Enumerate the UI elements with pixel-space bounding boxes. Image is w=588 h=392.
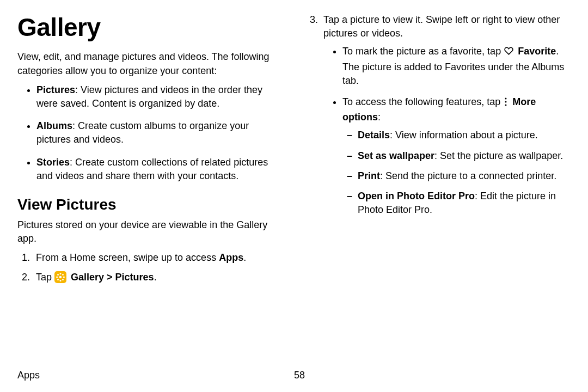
step-text: Tap a picture to view it. Swipe left or …	[323, 14, 560, 39]
list-item: Open in Photo Editor Pro: Edit the pictu…	[358, 189, 571, 217]
right-column: Tap a picture to view it. Swipe left or …	[305, 10, 571, 290]
dash-text: : View information about a picture.	[390, 130, 538, 140]
svg-point-0	[59, 275, 62, 278]
list-item: Stories: Create custom collections of re…	[36, 156, 283, 183]
list-item: Albums: Create custom albums to organize…	[36, 119, 283, 146]
dash-text: : Send the picture to a connected printe…	[380, 170, 556, 181]
list-item: Print: Send the picture to a connected p…	[358, 169, 571, 183]
category-text: : Create custom collections of related p…	[36, 157, 268, 181]
section-intro: Pictures stored on your device are viewa…	[17, 218, 283, 246]
content-columns: Gallery View, edit, and manage pictures …	[17, 10, 571, 290]
svg-point-3	[56, 276, 58, 278]
dash-label: Open in Photo Editor Pro	[358, 191, 475, 201]
sub-bold: Favorite	[518, 46, 556, 57]
svg-point-9	[505, 97, 507, 99]
step-text: .	[243, 252, 246, 263]
step-text: .	[154, 272, 157, 283]
step-item: Tap a picture to view it. Swipe left or …	[320, 13, 571, 217]
steps-list: From a Home screen, swipe up to access A…	[17, 251, 283, 284]
dash-label: Details	[358, 130, 390, 140]
category-label: Stories	[36, 157, 70, 168]
page-title: Gallery	[17, 10, 283, 45]
step-item: Tap Gallery > Pictures.	[33, 271, 283, 284]
svg-point-10	[505, 101, 507, 102]
svg-point-11	[505, 104, 507, 106]
step-text: Tap	[36, 272, 54, 283]
list-item: Pictures: View pictures and videos in th…	[36, 83, 283, 111]
sub-text: To access the following features, tap	[342, 96, 503, 107]
page: Gallery View, edit, and manage pictures …	[0, 0, 588, 392]
step-item: From a Home screen, swipe up to access A…	[33, 251, 283, 265]
list-item: Set as wallpaper: Set the picture as wal…	[358, 149, 571, 163]
gallery-icon	[54, 271, 66, 283]
category-label: Pictures	[36, 84, 75, 95]
footer-section: Apps	[17, 369, 294, 382]
footer: Apps 58	[17, 369, 571, 382]
dash-list: Details: View information about a pictur…	[342, 128, 571, 217]
sub-text: :	[378, 112, 381, 122]
heart-icon	[504, 46, 514, 60]
footer-page-number: 58	[294, 369, 571, 382]
step-text: From a Home screen, swipe up to access	[36, 252, 219, 263]
svg-point-8	[62, 279, 64, 280]
svg-point-5	[57, 274, 59, 275]
intro-paragraph: View, edit, and manage pictures and vide…	[17, 50, 283, 77]
svg-point-7	[57, 279, 59, 280]
sub-bullet-list: To mark the picture as a favorite, tap F…	[323, 45, 571, 217]
svg-point-6	[62, 274, 64, 275]
category-label: Albums	[36, 120, 72, 131]
svg-point-2	[60, 280, 62, 281]
dash-label: Print	[358, 170, 380, 181]
dash-label: Set as wallpaper	[358, 150, 434, 161]
list-item: To mark the picture as a favorite, tap F…	[342, 45, 571, 88]
sub-text: To mark the picture as a favorite, tap	[342, 46, 504, 57]
svg-point-4	[63, 276, 65, 278]
list-item: Details: View information about a pictur…	[358, 128, 571, 142]
step-bold: Apps	[219, 252, 243, 263]
more-options-icon	[503, 97, 509, 111]
dash-text: : Set the picture as wallpaper.	[434, 150, 563, 161]
left-column: Gallery View, edit, and manage pictures …	[17, 10, 283, 290]
list-item: To access the following features, tap Mo…	[342, 95, 571, 217]
category-list: Pictures: View pictures and videos in th…	[17, 83, 283, 183]
step-bold: Gallery > Pictures	[71, 272, 154, 283]
svg-point-1	[60, 273, 62, 274]
steps-list-continued: Tap a picture to view it. Swipe left or …	[305, 13, 571, 217]
section-heading: View Pictures	[17, 194, 283, 215]
